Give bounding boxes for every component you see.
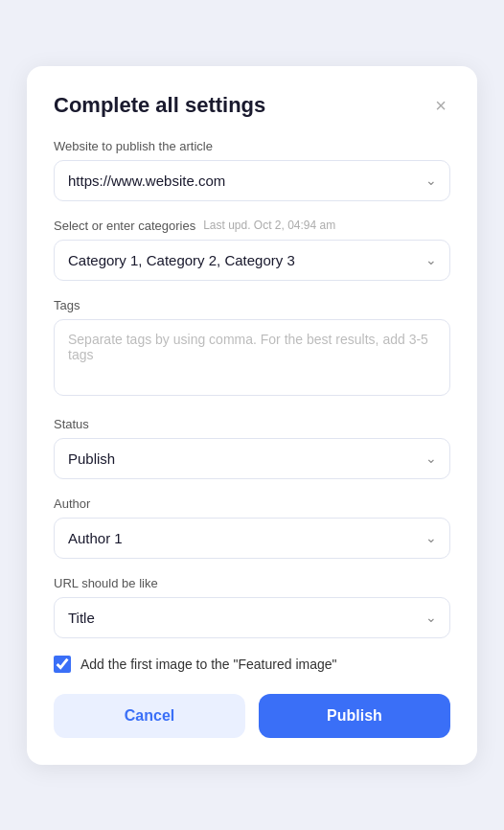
website-field-group: Website to publish the article https://w…	[54, 139, 450, 201]
featured-image-checkbox[interactable]	[54, 656, 71, 673]
categories-label: Select or enter categories Last upd. Oct…	[54, 219, 450, 233]
status-select[interactable]: Publish Draft Scheduled	[54, 438, 450, 479]
website-label-text: Website to publish the article	[54, 139, 213, 153]
featured-image-label[interactable]: Add the first image to the "Featured ima…	[80, 657, 337, 672]
author-select-wrapper: Author 1 Author 2 Author 3 ⌄	[54, 518, 450, 559]
modal-title: Complete all settings	[54, 93, 265, 118]
categories-select-wrapper: Category 1, Category 2, Category 3 ⌄	[54, 240, 450, 281]
tags-field-group: Tags	[54, 298, 450, 400]
url-field-group: URL should be like Title Slug Custom ⌄	[54, 576, 450, 638]
cancel-button[interactable]: Cancel	[54, 694, 245, 738]
author-label-text: Author	[54, 496, 90, 511]
featured-image-row: Add the first image to the "Featured ima…	[54, 656, 450, 673]
website-select-wrapper: https://www.website.com ⌄	[54, 160, 450, 201]
status-label-text: Status	[54, 417, 89, 431]
tags-label-text: Tags	[54, 298, 80, 312]
actions-row: Cancel Publish	[54, 694, 450, 738]
categories-last-updated: Last upd. Oct 2, 04:94 am	[203, 219, 335, 232]
url-select-wrapper: Title Slug Custom ⌄	[54, 597, 450, 638]
website-select[interactable]: https://www.website.com	[54, 160, 450, 201]
tags-label: Tags	[54, 298, 450, 312]
categories-label-text: Select or enter categories	[54, 219, 195, 233]
categories-field-group: Select or enter categories Last upd. Oct…	[54, 219, 450, 281]
author-label: Author	[54, 496, 450, 511]
url-label: URL should be like	[54, 576, 450, 590]
categories-select[interactable]: Category 1, Category 2, Category 3	[54, 240, 450, 281]
status-field-group: Status Publish Draft Scheduled ⌄	[54, 417, 450, 479]
url-select[interactable]: Title Slug Custom	[54, 597, 450, 638]
url-label-text: URL should be like	[54, 576, 158, 590]
status-label: Status	[54, 417, 450, 431]
author-select[interactable]: Author 1 Author 2 Author 3	[54, 518, 450, 559]
author-field-group: Author Author 1 Author 2 Author 3 ⌄	[54, 496, 450, 559]
status-select-wrapper: Publish Draft Scheduled ⌄	[54, 438, 450, 479]
website-label: Website to publish the article	[54, 139, 450, 153]
close-button[interactable]: ×	[431, 94, 450, 117]
modal-header: Complete all settings ×	[54, 93, 450, 118]
tags-input[interactable]	[54, 319, 450, 396]
modal-dialog: Complete all settings × Website to publi…	[27, 66, 477, 765]
publish-button[interactable]: Publish	[259, 694, 450, 738]
